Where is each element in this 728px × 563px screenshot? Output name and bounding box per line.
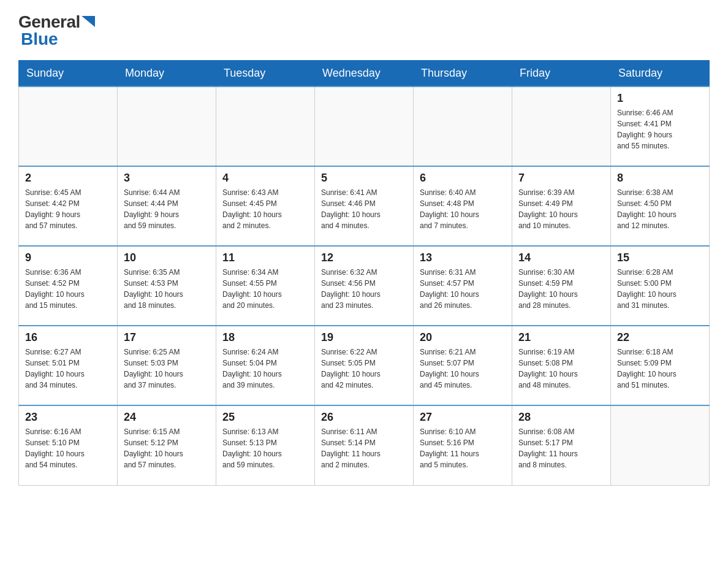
day-info: Sunrise: 6:36 AM Sunset: 4:52 PM Dayligh… [25, 267, 111, 311]
calendar-cell: 19Sunrise: 6:22 AM Sunset: 5:05 PM Dayli… [315, 326, 414, 405]
day-info: Sunrise: 6:38 AM Sunset: 4:50 PM Dayligh… [617, 187, 703, 231]
calendar-cell [19, 86, 118, 166]
calendar-cell: 7Sunrise: 6:39 AM Sunset: 4:49 PM Daylig… [512, 166, 611, 246]
day-number: 23 [25, 411, 111, 424]
calendar-cell: 2Sunrise: 6:45 AM Sunset: 4:42 PM Daylig… [19, 166, 118, 246]
calendar-cell: 25Sunrise: 6:13 AM Sunset: 5:13 PM Dayli… [216, 405, 315, 485]
day-number: 7 [518, 172, 604, 185]
week-row-2: 2Sunrise: 6:45 AM Sunset: 4:42 PM Daylig… [19, 166, 710, 246]
calendar-cell: 16Sunrise: 6:27 AM Sunset: 5:01 PM Dayli… [19, 326, 118, 405]
logo-arrow-icon [82, 16, 95, 29]
day-number: 12 [321, 251, 407, 264]
day-info: Sunrise: 6:13 AM Sunset: 5:13 PM Dayligh… [222, 426, 308, 470]
calendar-cell [611, 405, 710, 485]
calendar-table: SundayMondayTuesdayWednesdayThursdayFrid… [18, 60, 710, 486]
calendar-cell: 5Sunrise: 6:41 AM Sunset: 4:46 PM Daylig… [315, 166, 414, 246]
week-row-5: 23Sunrise: 6:16 AM Sunset: 5:10 PM Dayli… [19, 405, 710, 485]
weekday-header-sunday: Sunday [19, 61, 118, 87]
day-number: 9 [25, 251, 111, 264]
day-info: Sunrise: 6:08 AM Sunset: 5:17 PM Dayligh… [518, 426, 604, 470]
day-info: Sunrise: 6:21 AM Sunset: 5:07 PM Dayligh… [420, 347, 506, 391]
calendar-cell: 20Sunrise: 6:21 AM Sunset: 5:07 PM Dayli… [414, 326, 512, 405]
calendar-cell [118, 86, 216, 166]
calendar-cell: 3Sunrise: 6:44 AM Sunset: 4:44 PM Daylig… [118, 166, 216, 246]
day-info: Sunrise: 6:19 AM Sunset: 5:08 PM Dayligh… [518, 347, 604, 391]
day-number: 21 [518, 331, 604, 344]
day-number: 22 [617, 331, 703, 344]
day-info: Sunrise: 6:22 AM Sunset: 5:05 PM Dayligh… [321, 347, 407, 391]
day-info: Sunrise: 6:44 AM Sunset: 4:44 PM Dayligh… [124, 187, 210, 231]
calendar-cell: 12Sunrise: 6:32 AM Sunset: 4:56 PM Dayli… [315, 246, 414, 326]
day-number: 18 [222, 331, 308, 344]
calendar-cell: 11Sunrise: 6:34 AM Sunset: 4:55 PM Dayli… [216, 246, 315, 326]
day-number: 5 [321, 172, 407, 185]
day-info: Sunrise: 6:40 AM Sunset: 4:48 PM Dayligh… [420, 187, 506, 231]
weekday-header-thursday: Thursday [414, 61, 512, 87]
day-info: Sunrise: 6:18 AM Sunset: 5:09 PM Dayligh… [617, 347, 703, 391]
day-info: Sunrise: 6:32 AM Sunset: 4:56 PM Dayligh… [321, 267, 407, 311]
weekday-header-tuesday: Tuesday [216, 61, 315, 87]
calendar-cell: 10Sunrise: 6:35 AM Sunset: 4:53 PM Dayli… [118, 246, 216, 326]
calendar-cell: 13Sunrise: 6:31 AM Sunset: 4:57 PM Dayli… [414, 246, 512, 326]
week-row-4: 16Sunrise: 6:27 AM Sunset: 5:01 PM Dayli… [19, 326, 710, 405]
logo: General Blue [18, 12, 95, 49]
calendar-cell: 15Sunrise: 6:28 AM Sunset: 5:00 PM Dayli… [611, 246, 710, 326]
calendar-cell: 22Sunrise: 6:18 AM Sunset: 5:09 PM Dayli… [611, 326, 710, 405]
day-info: Sunrise: 6:25 AM Sunset: 5:03 PM Dayligh… [124, 347, 210, 391]
day-number: 3 [124, 172, 210, 185]
calendar-cell: 6Sunrise: 6:40 AM Sunset: 4:48 PM Daylig… [414, 166, 512, 246]
day-number: 6 [420, 172, 506, 185]
calendar-cell: 27Sunrise: 6:10 AM Sunset: 5:16 PM Dayli… [414, 405, 512, 485]
calendar-cell [315, 86, 414, 166]
calendar-cell: 9Sunrise: 6:36 AM Sunset: 4:52 PM Daylig… [19, 246, 118, 326]
day-number: 27 [420, 411, 506, 424]
day-number: 16 [25, 331, 111, 344]
day-info: Sunrise: 6:46 AM Sunset: 4:41 PM Dayligh… [617, 107, 703, 151]
day-number: 28 [518, 411, 604, 424]
calendar-cell: 17Sunrise: 6:25 AM Sunset: 5:03 PM Dayli… [118, 326, 216, 405]
weekday-header-wednesday: Wednesday [315, 61, 414, 87]
day-number: 1 [617, 92, 703, 105]
day-info: Sunrise: 6:39 AM Sunset: 4:49 PM Dayligh… [518, 187, 604, 231]
calendar-cell: 18Sunrise: 6:24 AM Sunset: 5:04 PM Dayli… [216, 326, 315, 405]
day-info: Sunrise: 6:41 AM Sunset: 4:46 PM Dayligh… [321, 187, 407, 231]
logo-blue-text: Blue [21, 29, 58, 49]
day-number: 25 [222, 411, 308, 424]
calendar-cell [512, 86, 611, 166]
calendar-cell: 28Sunrise: 6:08 AM Sunset: 5:17 PM Dayli… [512, 405, 611, 485]
day-number: 15 [617, 251, 703, 264]
weekday-header-row: SundayMondayTuesdayWednesdayThursdayFrid… [19, 61, 710, 87]
calendar-cell: 8Sunrise: 6:38 AM Sunset: 4:50 PM Daylig… [611, 166, 710, 246]
day-info: Sunrise: 6:27 AM Sunset: 5:01 PM Dayligh… [25, 347, 111, 391]
day-info: Sunrise: 6:16 AM Sunset: 5:10 PM Dayligh… [25, 426, 111, 470]
calendar-cell: 24Sunrise: 6:15 AM Sunset: 5:12 PM Dayli… [118, 405, 216, 485]
page-header: General Blue [18, 12, 710, 49]
day-number: 26 [321, 411, 407, 424]
calendar-cell: 14Sunrise: 6:30 AM Sunset: 4:59 PM Dayli… [512, 246, 611, 326]
day-number: 8 [617, 172, 703, 185]
day-info: Sunrise: 6:28 AM Sunset: 5:00 PM Dayligh… [617, 267, 703, 311]
weekday-header-saturday: Saturday [611, 61, 710, 87]
day-info: Sunrise: 6:45 AM Sunset: 4:42 PM Dayligh… [25, 187, 111, 231]
day-info: Sunrise: 6:15 AM Sunset: 5:12 PM Dayligh… [124, 426, 210, 470]
day-number: 24 [124, 411, 210, 424]
day-info: Sunrise: 6:11 AM Sunset: 5:14 PM Dayligh… [321, 426, 407, 470]
day-number: 4 [222, 172, 308, 185]
calendar-cell: 26Sunrise: 6:11 AM Sunset: 5:14 PM Dayli… [315, 405, 414, 485]
day-info: Sunrise: 6:43 AM Sunset: 4:45 PM Dayligh… [222, 187, 308, 231]
week-row-3: 9Sunrise: 6:36 AM Sunset: 4:52 PM Daylig… [19, 246, 710, 326]
day-number: 20 [420, 331, 506, 344]
day-number: 17 [124, 331, 210, 344]
svg-marker-0 [82, 16, 95, 27]
day-info: Sunrise: 6:30 AM Sunset: 4:59 PM Dayligh… [518, 267, 604, 311]
weekday-header-friday: Friday [512, 61, 611, 87]
calendar-cell: 1Sunrise: 6:46 AM Sunset: 4:41 PM Daylig… [611, 86, 710, 166]
calendar-cell: 4Sunrise: 6:43 AM Sunset: 4:45 PM Daylig… [216, 166, 315, 246]
day-number: 14 [518, 251, 604, 264]
day-number: 2 [25, 172, 111, 185]
calendar-cell: 21Sunrise: 6:19 AM Sunset: 5:08 PM Dayli… [512, 326, 611, 405]
day-number: 19 [321, 331, 407, 344]
day-info: Sunrise: 6:31 AM Sunset: 4:57 PM Dayligh… [420, 267, 506, 311]
calendar-cell: 23Sunrise: 6:16 AM Sunset: 5:10 PM Dayli… [19, 405, 118, 485]
week-row-1: 1Sunrise: 6:46 AM Sunset: 4:41 PM Daylig… [19, 86, 710, 166]
